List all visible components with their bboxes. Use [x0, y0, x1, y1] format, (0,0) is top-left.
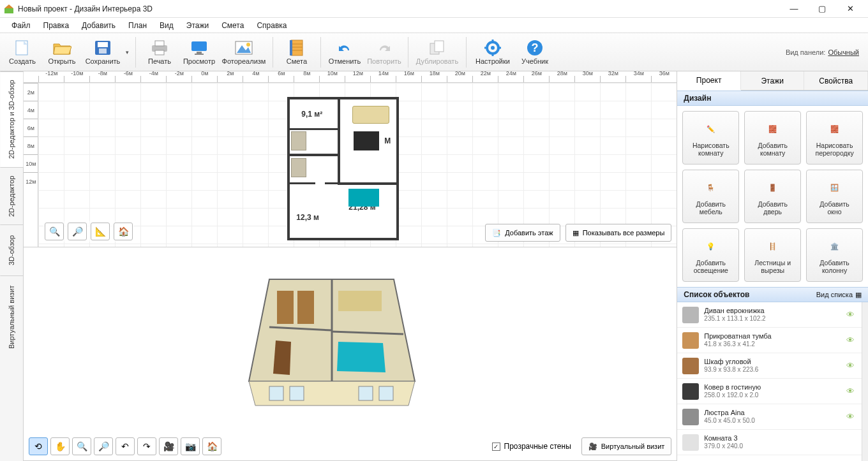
- object-list[interactable]: Диван еврокнижка235.1 x 113.1 x 102.2👁 П…: [677, 302, 862, 461]
- list-item[interactable]: Люстра Aina45.0 x 45.0 x 50.0👁: [677, 404, 862, 430]
- orbit-button[interactable]: ⟲: [29, 437, 48, 455]
- panel-mode-link[interactable]: Обычный: [828, 48, 859, 56]
- snapshot-button[interactable]: 📷: [181, 437, 200, 455]
- preview-button[interactable]: Просмотр: [179, 35, 219, 70]
- menu-help[interactable]: Справка: [250, 19, 293, 32]
- add-furniture-button[interactable]: 🪑Добавитьмебель: [682, 170, 739, 223]
- transparent-walls-checkbox[interactable]: ✓Прозрачные стены: [492, 442, 571, 451]
- svg-rect-9: [155, 50, 164, 55]
- zoom-out-3d-button[interactable]: 🔍: [72, 437, 91, 455]
- left-tab-virtual[interactable]: Виртуальный визит: [0, 275, 23, 358]
- list-view-icon[interactable]: ▦: [855, 291, 862, 299]
- canvas-2d[interactable]: 9,1 м² 12,3 м 21,28 м М 🔍 🔎 📐 🏠: [38, 83, 677, 247]
- pencil-room-icon: ✏️: [700, 119, 722, 139]
- new-file-icon: [13, 39, 32, 57]
- notebook-icon: [287, 39, 306, 57]
- left-tab-2d-3d[interactable]: 2D-редактор и 3D-обзор: [0, 71, 23, 167]
- pan-button[interactable]: ✋: [50, 437, 70, 455]
- eye-icon[interactable]: 👁: [846, 361, 857, 370]
- settings-button[interactable]: Настройки: [470, 35, 515, 70]
- canvas-3d[interactable]: ⟲ ✋ 🔍 🔎 ↶ ↷ 🎥 📷 🏠 ✓Прозрачные стены 🎥Вир…: [24, 247, 677, 460]
- list-item[interactable]: Ковер в гостиную258.0 x 192.0 x 2.0👁: [677, 379, 862, 404]
- svg-rect-36: [379, 386, 393, 400]
- add-column-button[interactable]: 🏛️Добавитьколонну: [806, 228, 863, 282]
- zoom-in-button[interactable]: 🔎: [68, 223, 87, 240]
- show-sizes-button[interactable]: ▦Показывать все размеры: [565, 224, 672, 242]
- svg-rect-22: [435, 41, 444, 52]
- camera-button[interactable]: 🎥: [159, 437, 178, 455]
- rotate-left-button[interactable]: ↶: [116, 437, 135, 455]
- menu-file[interactable]: Файл: [5, 19, 37, 32]
- tab-project[interactable]: Проект: [677, 71, 741, 91]
- svg-rect-12: [195, 54, 204, 55]
- svg-marker-44: [273, 340, 291, 375]
- redo-button[interactable]: Повторить: [364, 35, 404, 70]
- eye-icon[interactable]: 👁: [846, 310, 857, 319]
- draw-partition-button[interactable]: 🧱Нарисоватьперегородку: [806, 111, 863, 165]
- maximize-button[interactable]: ▢: [808, 1, 836, 17]
- svg-marker-1: [4, 4, 13, 8]
- estimate-button[interactable]: Смета: [277, 35, 317, 70]
- add-lighting-button[interactable]: 💡Добавитьосвещение: [682, 228, 739, 282]
- gear-icon: [483, 39, 502, 57]
- duplicate-button[interactable]: Дублировать: [412, 35, 462, 70]
- ruler-horizontal: -12м-10м -8м-6м -4м-2м 0м2м 4м6м 8м10м 1…: [24, 71, 677, 83]
- stairs-cutouts-button[interactable]: 🪜Лестницы ивырезы: [744, 228, 801, 282]
- photorealism-button[interactable]: Фотореализм: [219, 35, 269, 70]
- brick-wall-icon: 🧱: [824, 119, 846, 139]
- layers-icon: 📑: [492, 229, 501, 237]
- eye-icon[interactable]: 👁: [846, 412, 857, 421]
- left-tabs: 2D-редактор и 3D-обзор 2D-редактор 3D-об…: [0, 71, 24, 461]
- add-door-button[interactable]: 🚪Добавитьдверь: [744, 170, 801, 223]
- stairs-icon: 🪜: [762, 236, 784, 256]
- eye-icon[interactable]: 👁: [846, 335, 857, 345]
- add-room-button[interactable]: 🧱Добавитькомнату: [744, 111, 801, 165]
- create-button[interactable]: Создать: [3, 35, 42, 70]
- home-3d-button[interactable]: 🏠: [202, 437, 221, 455]
- window-title: Новый проект - Дизайн Интерьера 3D: [18, 4, 780, 13]
- camera-icon: 🎥: [588, 443, 597, 451]
- list-item[interactable]: Диван еврокнижка235.1 x 113.1 x 102.2👁: [677, 302, 862, 328]
- svg-rect-10: [191, 41, 207, 51]
- svg-text:?: ?: [532, 41, 539, 54]
- menu-plan[interactable]: План: [122, 19, 153, 32]
- add-floor-button[interactable]: 📑Добавить этаж: [485, 224, 560, 242]
- zoom-out-button[interactable]: 🔍: [45, 223, 64, 240]
- menu-add[interactable]: Добавить: [75, 19, 122, 32]
- left-tab-2d[interactable]: 2D-редактор: [0, 167, 23, 224]
- svg-rect-0: [4, 8, 13, 13]
- virtual-visit-button[interactable]: 🎥Виртуальный визит: [581, 437, 672, 455]
- floorplan[interactable]: 9,1 м² 12,3 м 21,28 м М: [287, 97, 399, 240]
- save-dropdown-caret[interactable]: ▾: [124, 49, 130, 55]
- armchair-icon: 🪑: [700, 177, 722, 198]
- list-item[interactable]: Прикроватная тумба41.8 x 36.3 x 41.2👁: [677, 328, 862, 353]
- measure-button[interactable]: 📐: [91, 223, 110, 240]
- close-button[interactable]: ✕: [836, 1, 864, 17]
- menu-estimate[interactable]: Смета: [215, 19, 250, 32]
- add-window-button[interactable]: 🪟Добавитьокно: [806, 170, 863, 223]
- draw-room-button[interactable]: ✏️Нарисоватькомнату: [682, 111, 739, 165]
- scrollbar[interactable]: [862, 302, 868, 461]
- menu-edit[interactable]: Правка: [37, 19, 76, 32]
- open-button[interactable]: Открыть: [42, 35, 82, 70]
- menu-view[interactable]: Вид: [153, 19, 180, 32]
- menu-floors[interactable]: Этажи: [180, 19, 215, 32]
- undo-button[interactable]: Отменить: [325, 35, 364, 70]
- svg-rect-20: [290, 40, 292, 55]
- list-item[interactable]: Комната 3379.0 x 240.0: [677, 430, 862, 455]
- left-tab-3d[interactable]: 3D-обзор: [0, 224, 23, 275]
- tab-properties[interactable]: Свойства: [804, 71, 868, 90]
- list-item[interactable]: Шкаф угловой93.9 x 93.8 x 223.6👁: [677, 353, 862, 379]
- chandelier-icon: [682, 409, 699, 425]
- zoom-in-3d-button[interactable]: 🔎: [94, 437, 113, 455]
- home-button[interactable]: 🏠: [114, 223, 133, 240]
- list-view-link[interactable]: Вид списка: [816, 291, 853, 298]
- tab-floors[interactable]: Этажи: [741, 71, 805, 90]
- save-button[interactable]: Сохранить: [82, 35, 124, 70]
- rotate-right-button[interactable]: ↷: [137, 437, 156, 455]
- eye-icon[interactable]: 👁: [846, 386, 857, 396]
- minimize-button[interactable]: —: [780, 1, 808, 17]
- sofa-icon: [682, 307, 699, 323]
- print-button[interactable]: Печать: [140, 35, 179, 70]
- tutorial-button[interactable]: ?Учебник: [515, 35, 555, 70]
